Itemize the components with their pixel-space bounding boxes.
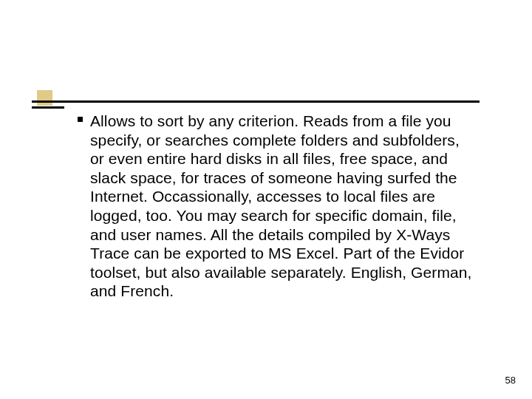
page-number: 58 xyxy=(505,375,516,386)
bullet-icon xyxy=(78,117,83,122)
accent-square xyxy=(37,90,52,106)
slide: Allows to sort by any criterion. Reads f… xyxy=(0,0,532,399)
accent-long-line xyxy=(32,100,480,103)
accent-short-line xyxy=(32,106,64,109)
body-paragraph: Allows to sort by any criterion. Reads f… xyxy=(90,112,474,301)
